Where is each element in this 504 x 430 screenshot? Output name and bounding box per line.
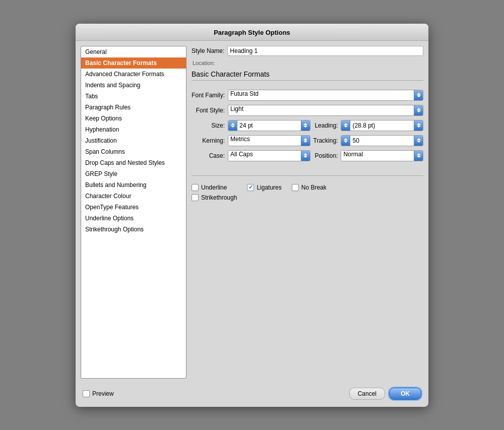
font-family-spinner[interactable] bbox=[414, 90, 423, 100]
font-family-label: Font Family: bbox=[192, 92, 225, 99]
sidebar-item-opentype-features[interactable]: OpenType Features bbox=[81, 202, 186, 213]
leading-arrow-down bbox=[344, 126, 348, 128]
font-style-select[interactable]: Light bbox=[228, 105, 423, 116]
tracking-label: Tracking: bbox=[313, 137, 338, 144]
leading-select-up bbox=[417, 123, 421, 125]
location-row: Location: bbox=[192, 60, 423, 66]
kerning-label: Kerning: bbox=[192, 137, 225, 144]
form-grid: Font Family: Futura Std Font Style: Ligh… bbox=[192, 90, 423, 161]
checkbox-col-right: No Break bbox=[292, 184, 327, 191]
sidebar-item-drop-caps-and-nested-styles[interactable]: Drop Caps and Nested Styles bbox=[81, 157, 186, 168]
position-arrow-down bbox=[417, 156, 421, 158]
sidebar-item-character-colour[interactable]: Character Colour bbox=[81, 191, 186, 202]
size-spinner[interactable]: 24 pt bbox=[228, 120, 310, 131]
tracking-select-down bbox=[417, 141, 421, 143]
style-name-label: Style Name: bbox=[192, 47, 224, 54]
position-select[interactable]: Normal bbox=[341, 150, 423, 161]
ligatures-check-mark: ✓ bbox=[248, 184, 253, 191]
position-arrow-up bbox=[417, 153, 421, 155]
position-value: Normal bbox=[341, 151, 414, 161]
kerning-value: Metrics bbox=[228, 136, 301, 146]
size-label: Size: bbox=[192, 122, 225, 129]
ligatures-checkbox-item[interactable]: ✓ Ligatures bbox=[247, 184, 281, 191]
sidebar-item-hyphenation[interactable]: Hyphenation bbox=[81, 124, 186, 135]
tracking-select-btn[interactable] bbox=[414, 136, 423, 146]
sidebar-item-justification[interactable]: Justification bbox=[81, 135, 186, 146]
size-arrow-down bbox=[231, 126, 235, 128]
kerning-spinner-btn[interactable] bbox=[301, 136, 310, 146]
position-label: Position: bbox=[313, 152, 338, 159]
case-arrow-up bbox=[303, 153, 307, 155]
sidebar-item-grep-style[interactable]: GREP Style bbox=[81, 168, 186, 179]
sidebar-item-tabs[interactable]: Tabs bbox=[81, 91, 186, 102]
ligatures-checkbox[interactable]: ✓ bbox=[247, 184, 254, 191]
sidebar-item-bullets-and-numbering[interactable]: Bullets and Numbering bbox=[81, 179, 186, 191]
tracking-arrow-down bbox=[344, 141, 348, 143]
tracking-spinner-btn[interactable] bbox=[341, 136, 350, 146]
no-break-checkbox[interactable] bbox=[292, 184, 299, 191]
font-style-arrow-down bbox=[417, 110, 421, 112]
size-select-down bbox=[303, 126, 307, 128]
style-name-input[interactable] bbox=[227, 46, 423, 56]
title-bar: Paragraph Style Options bbox=[76, 24, 428, 41]
underline-checkbox-item[interactable]: Underline bbox=[192, 184, 237, 191]
sidebar-item-basic-character-formats[interactable]: Basic Character Formats bbox=[81, 57, 186, 69]
kerning-arrow-down bbox=[303, 141, 307, 143]
font-family-value: Futura Std bbox=[228, 90, 414, 100]
tracking-arrow-up bbox=[344, 138, 348, 140]
footer-buttons: Cancel OK bbox=[349, 388, 421, 400]
size-spinner-btn[interactable] bbox=[228, 120, 237, 131]
section-title: Basic Character Formats bbox=[192, 70, 423, 81]
sidebar-item-keep-options[interactable]: Keep Options bbox=[81, 113, 186, 124]
size-value: 24 pt bbox=[237, 122, 301, 129]
font-family-select[interactable]: Futura Std bbox=[228, 90, 423, 101]
leading-arrow-up bbox=[344, 123, 348, 125]
location-label: Location: bbox=[193, 60, 215, 66]
case-value: All Caps bbox=[228, 151, 301, 161]
underline-checkbox[interactable] bbox=[192, 184, 199, 191]
size-select-btn[interactable] bbox=[301, 120, 310, 131]
main-panel: Style Name: Location: Basic Character Fo… bbox=[192, 46, 423, 379]
font-family-arrow-up bbox=[417, 93, 421, 95]
sidebar-item-general[interactable]: General bbox=[81, 46, 186, 57]
cancel-button[interactable]: Cancel bbox=[349, 388, 385, 400]
sidebar-item-underline-options[interactable]: Underline Options bbox=[81, 213, 186, 224]
style-name-row: Style Name: bbox=[192, 46, 423, 56]
sidebar-item-span-columns[interactable]: Span Columns bbox=[81, 146, 186, 157]
position-spinner-btn[interactable] bbox=[414, 151, 423, 161]
ligatures-label: Ligatures bbox=[257, 184, 281, 191]
leading-spinner[interactable]: (28.8 pt) bbox=[341, 120, 423, 131]
checkbox-col-left: Underline Strikethrough bbox=[192, 184, 237, 201]
size-select-up bbox=[303, 123, 307, 125]
font-style-value: Light bbox=[228, 105, 414, 115]
sidebar-item-advanced-character-formats[interactable]: Advanced Character Formats bbox=[81, 69, 186, 80]
leading-spinner-btn[interactable] bbox=[341, 120, 350, 131]
font-style-label: Font Style: bbox=[192, 107, 225, 114]
checkboxes-row: Underline Strikethrough ✓ Ligatures bbox=[192, 184, 423, 201]
no-break-checkbox-item[interactable]: No Break bbox=[292, 184, 327, 191]
preview-checkbox-item[interactable]: Preview bbox=[83, 390, 114, 397]
tracking-select-up bbox=[417, 138, 421, 140]
case-select[interactable]: All Caps bbox=[228, 150, 310, 161]
case-spinner-btn[interactable] bbox=[301, 151, 310, 161]
preview-label: Preview bbox=[92, 390, 114, 397]
leading-select-btn[interactable] bbox=[414, 120, 423, 131]
dialog-body: GeneralBasic Character FormatsAdvanced C… bbox=[76, 41, 428, 384]
kerning-select[interactable]: Metrics bbox=[228, 135, 310, 146]
sidebar-item-paragraph-rules[interactable]: Paragraph Rules bbox=[81, 102, 186, 113]
dialog-footer: Preview Cancel OK bbox=[76, 384, 428, 407]
tracking-spinner[interactable]: 50 bbox=[341, 135, 423, 146]
dialog: Paragraph Style Options GeneralBasic Cha… bbox=[76, 24, 428, 407]
sidebar-item-indents-and-spacing[interactable]: Indents and Spacing bbox=[81, 80, 186, 91]
strikethrough-checkbox[interactable] bbox=[192, 194, 199, 201]
preview-checkbox[interactable] bbox=[83, 390, 90, 397]
sidebar-item-strikethrough-options[interactable]: Strikethrough Options bbox=[81, 224, 186, 235]
font-style-spinner[interactable] bbox=[414, 105, 423, 115]
strikethrough-checkbox-item[interactable]: Strikethrough bbox=[192, 194, 237, 201]
sidebar: GeneralBasic Character FormatsAdvanced C… bbox=[81, 46, 186, 379]
strikethrough-label: Strikethrough bbox=[201, 194, 237, 201]
ok-button[interactable]: OK bbox=[389, 388, 421, 400]
size-arrow-up bbox=[231, 123, 235, 125]
no-break-label: No Break bbox=[301, 184, 327, 191]
font-family-arrow-down bbox=[417, 95, 421, 97]
